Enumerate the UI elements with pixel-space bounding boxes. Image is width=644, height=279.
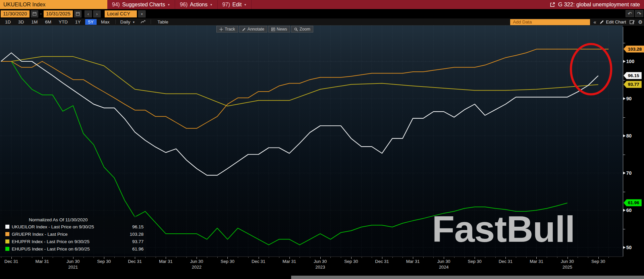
line-chart-type-button[interactable]	[138, 20, 149, 24]
period-tab-max[interactable]: Max	[98, 19, 113, 25]
x-axis-month-tick	[392, 257, 393, 258]
track-button[interactable]: Track	[216, 26, 238, 33]
x-axis-label: Sep 30	[465, 259, 484, 264]
x-axis-month-tick	[547, 257, 547, 258]
collapse-panel-button[interactable]: «	[593, 19, 596, 25]
x-axis-label: Jun 30	[558, 259, 577, 264]
menu-label: Suggested Charts	[122, 2, 165, 8]
frequency-select[interactable]: Daily ▼	[118, 19, 138, 24]
currency-select[interactable]: Local CCY	[105, 10, 137, 17]
legend-item-ehupfr[interactable]: EHUPFR Index - Last Price on 9/30/25 93.…	[4, 238, 146, 245]
security-ticker-field[interactable]: UKUEILOR Index	[0, 0, 107, 9]
period-tab-ytd[interactable]: YTD	[56, 19, 71, 25]
date-from-value: 11/30/2020	[3, 11, 27, 16]
prev-period-button[interactable]: ‹	[85, 10, 92, 17]
chart-annotate-settings-icon[interactable]	[630, 20, 635, 24]
legend-item-label: EHUPFR Index - Last Price on 9/30/25	[12, 239, 132, 244]
menu-suggested-charts[interactable]: 94) Suggested Charts ▼	[107, 0, 175, 9]
x-axis-month-tick	[21, 257, 22, 258]
legend-item-value: 96.15	[132, 224, 144, 229]
edit-chart-button[interactable]: Edit Chart	[600, 19, 626, 24]
x-axis-month-tick	[32, 257, 32, 258]
x-axis-month-tick	[156, 257, 156, 258]
y-axis-minor-tick	[623, 117, 625, 118]
x-axis-year-label: 2024	[434, 265, 453, 270]
period-tab-1m[interactable]: 1M	[29, 19, 41, 25]
toolbar-divider	[115, 19, 116, 24]
x-axis-month-tick	[114, 257, 115, 258]
x-axis-label: Dec 31	[372, 259, 392, 264]
y-axis-minor-tick	[623, 155, 625, 155]
x-axis-month-tick	[372, 257, 372, 258]
chart-reference[interactable]: G 322: global unemployment rate	[550, 0, 644, 9]
x-axis-label: Mar 31	[280, 259, 299, 264]
y-axis-minor-tick	[623, 43, 625, 43]
line-chart-icon	[141, 20, 146, 24]
period-toolbar: 1D 3D 1M 6M YTD 1Y 5Y Max Daily ▼ Table …	[0, 18, 644, 25]
annotate-label: Annotate	[248, 27, 264, 32]
calendar-icon[interactable]	[31, 10, 38, 17]
menu-actions[interactable]: 96) Actions ▼	[175, 0, 218, 9]
annotate-button[interactable]: Annotate	[239, 26, 267, 33]
x-axis-month-tick	[63, 257, 63, 258]
y-axis-minor-tick	[623, 229, 625, 229]
gear-icon[interactable]: ⚙	[638, 19, 643, 25]
x-axis-label: Dec 31	[496, 259, 515, 264]
track-crosshair-icon	[219, 27, 223, 31]
period-tab-1d[interactable]: 1D	[2, 19, 14, 25]
period-tab-1y[interactable]: 1Y	[72, 19, 84, 25]
date-from-field[interactable]: 11/30/2020	[1, 10, 30, 17]
bottom-scrollbar[interactable]	[291, 276, 644, 279]
legend-item-value: 61.96	[132, 246, 144, 252]
x-axis-label: Sep 30	[341, 259, 361, 264]
y-axis: 1009080706050103.2896.1593.7761.96	[623, 25, 644, 257]
last-price-badge-93.77: 93.77	[624, 81, 642, 88]
zoom-button[interactable]: Zoom	[291, 26, 313, 33]
news-button[interactable]: News	[268, 26, 290, 33]
series-swatch	[5, 232, 9, 236]
period-tab-3d[interactable]: 3D	[15, 19, 27, 25]
menu-edit[interactable]: 97) Edit ▼	[218, 0, 252, 9]
y-axis-label-90: 90	[623, 96, 632, 102]
x-axis-month-tick	[433, 257, 434, 258]
date-to-field[interactable]: 10/31/2025	[44, 10, 73, 17]
legend-item-gruepr[interactable]: GRUEPR Index - Last Price 103.28	[4, 230, 146, 238]
legend-item-ukueilor[interactable]: UKUEILOR Index - Last Price on 9/30/25 9…	[4, 223, 146, 230]
axis-arrow-icon	[623, 134, 626, 137]
x-axis-label: Jun 30	[187, 259, 206, 264]
chevron-down-icon: ▼	[132, 21, 135, 24]
axis-arrow-icon	[623, 60, 626, 63]
axis-arrow-icon	[623, 97, 626, 100]
undo-button[interactable]: ↶	[626, 10, 634, 17]
edit-chart-label: Edit Chart	[606, 19, 626, 24]
add-data-placeholder: Add Data	[513, 19, 532, 24]
x-axis-month-tick	[248, 257, 249, 258]
x-axis-month-tick	[94, 257, 94, 258]
x-axis-month-tick	[423, 257, 424, 258]
x-axis-label: Mar 31	[527, 259, 546, 264]
x-axis-label: Dec 31	[125, 259, 145, 264]
x-axis-label: Jun 30	[63, 259, 83, 264]
legend-item-ehupus[interactable]: EHUPUS Index - Last Price on 6/30/25 61.…	[4, 245, 146, 253]
x-axis-month-tick	[588, 257, 588, 258]
add-data-input[interactable]: Add Data	[510, 19, 590, 25]
axis-arrow-icon	[623, 246, 626, 249]
legend-item-label: UKUEILOR Index - Last Price on 9/30/25	[12, 224, 132, 229]
security-ticker: UKUEILOR Index	[3, 2, 45, 8]
x-axis-label: Sep 30	[218, 259, 237, 264]
chart-reference-title: G 322: global unemployment rate	[558, 1, 640, 8]
period-tab-6m[interactable]: 6M	[42, 19, 54, 25]
currency-dropdown-button[interactable]: ▼	[138, 10, 146, 17]
terminal-chart-window: UKUEILOR Index 94) Suggested Charts ▼ 96…	[0, 0, 644, 279]
next-period-button[interactable]: ›	[93, 10, 101, 17]
calendar-icon[interactable]	[74, 10, 82, 17]
news-icon	[271, 27, 275, 31]
redo-button[interactable]: ↷	[635, 10, 643, 17]
x-axis-month-tick	[145, 257, 146, 258]
x-axis-month-tick	[608, 257, 609, 258]
x-axis-month-tick	[465, 257, 465, 258]
x-axis-year-label: 2023	[311, 265, 330, 270]
period-tab-5y[interactable]: 5Y	[85, 19, 97, 25]
menu-number: 94)	[112, 2, 120, 8]
table-view-button[interactable]: Table	[153, 19, 173, 24]
